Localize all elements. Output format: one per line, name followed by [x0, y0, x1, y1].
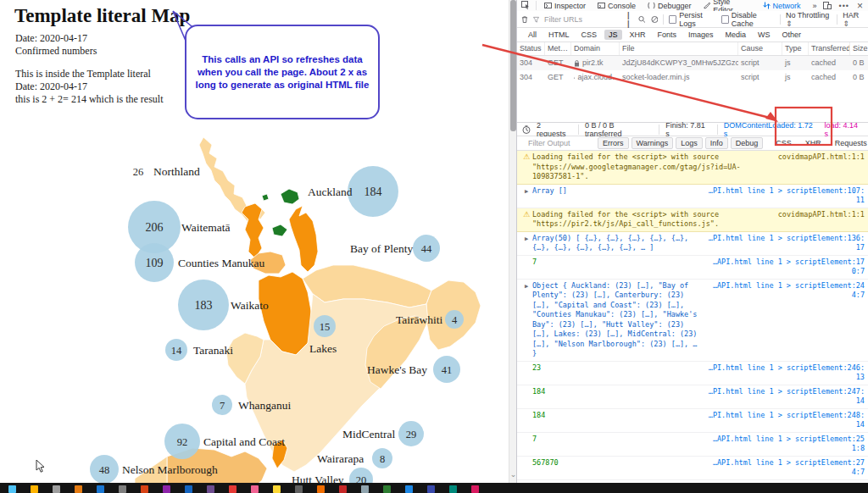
console-source-link[interactable]: …PI.html line 1 > scriptElement:246:13: [706, 363, 865, 383]
pick-element-icon[interactable]: [517, 1, 534, 11]
filter-chip-other[interactable]: Other: [778, 30, 806, 40]
responsive-design-icon[interactable]: [823, 2, 832, 9]
column-header[interactable]: File: [620, 42, 738, 55]
taskbar-icon[interactable]: [31, 485, 38, 493]
taskbar-icon[interactable]: [97, 485, 104, 493]
tab-style-editor[interactable]: Style Editor: [698, 0, 757, 11]
column-header[interactable]: Type: [782, 42, 809, 55]
expand-arrow-icon[interactable]: ▶: [525, 235, 528, 242]
scrollbar-thumb[interactable]: [510, 0, 516, 131]
taskbar-icon[interactable]: [317, 485, 325, 493]
column-header[interactable]: Domain: [571, 42, 620, 55]
filter-urls-input[interactable]: Filter URLs: [544, 15, 622, 24]
column-header[interactable]: Size: [850, 42, 868, 55]
tab-network[interactable]: Network: [757, 0, 807, 11]
taskbar-icon[interactable]: [75, 485, 82, 493]
column-header[interactable]: Cause: [738, 42, 782, 55]
console-filter-debug[interactable]: Debug: [731, 137, 764, 149]
tab-console[interactable]: Console: [592, 0, 642, 11]
console-filter-xhr[interactable]: XHR: [801, 138, 826, 148]
console-source-link[interactable]: …PI.html line 1 > scriptElement:136:17: [706, 234, 865, 253]
filter-chip-ws[interactable]: WS: [754, 30, 775, 40]
filter-chip-xhr[interactable]: XHR: [626, 30, 650, 40]
console-icon: [598, 2, 605, 9]
console-filter-logs[interactable]: Logs: [676, 137, 703, 149]
console-source-link[interactable]: covidmapAPI.html:1:1: [778, 210, 865, 220]
console-message-text: 184: [532, 411, 699, 421]
filter-chip-fonts[interactable]: Fonts: [654, 30, 682, 40]
taskbar-icon[interactable]: [251, 485, 259, 493]
pause-button[interactable]: | |: [627, 11, 633, 28]
taskbar-icon[interactable]: [383, 485, 391, 493]
windows-taskbar[interactable]: [0, 483, 868, 493]
console-source-link[interactable]: …API.html line 1 > scriptElement:244:7: [706, 281, 865, 301]
taskbar-icon[interactable]: [8, 485, 16, 493]
network-request-row[interactable]: 304GETajax.cloud…socket-loader.min.jsscr…: [517, 70, 868, 85]
search-icon[interactable]: [638, 15, 646, 24]
filter-output-input[interactable]: Filter Output: [528, 139, 594, 147]
disable-cache-checkbox[interactable]: Disable Cache: [721, 11, 775, 28]
devtools-close-button[interactable]: ×: [857, 0, 863, 12]
taskbar-icon[interactable]: [229, 485, 236, 493]
taskbar-icon[interactable]: [119, 485, 126, 493]
inspector-icon: [544, 2, 552, 9]
console-toolbar: Filter Output ErrorsWarningsLogsInfoDebu…: [517, 136, 868, 151]
persist-logs-checkbox[interactable]: Persist Logs: [669, 11, 715, 28]
taskbar-icon[interactable]: [141, 485, 148, 493]
column-header[interactable]: Met…: [545, 42, 571, 55]
throttling-select[interactable]: No Throttling ⇕: [786, 11, 832, 28]
console-source-link[interactable]: covidmapAPI.html:1:1: [778, 152, 865, 163]
console-source-link[interactable]: …API.html line 1 > scriptElement:251:8: [706, 435, 865, 454]
taskbar-icon[interactable]: [207, 485, 214, 493]
clear-requests-icon[interactable]: [521, 15, 528, 24]
block-icon[interactable]: [651, 15, 659, 24]
console-message-text: 7: [532, 258, 699, 268]
console-message-text: 7: [532, 435, 699, 445]
map-region-label: Taranaki: [193, 344, 233, 357]
console-source-link[interactable]: …API.html line 1 > scriptElement:274:7: [706, 458, 865, 478]
network-summary-bar: 2 requests 0 B / 0 B transferred Finish:…: [517, 122, 868, 136]
taskbar-icon[interactable]: [53, 485, 60, 493]
taskbar-icon[interactable]: [427, 485, 435, 493]
network-request-row[interactable]: 304GETpir2.tkJdZjU84dKCWPY3_0MHw5JZGzcpQ…: [517, 56, 868, 70]
network-table-header[interactable]: StatusMet…DomainFileCauseTypeTransferred…: [517, 42, 868, 56]
filter-chip-js[interactable]: JS: [604, 30, 622, 40]
console-filter-info[interactable]: Info: [705, 137, 728, 149]
taskbar-icon[interactable]: [339, 485, 347, 493]
taskbar-icon[interactable]: [361, 485, 369, 493]
tab-inspector[interactable]: Inspector: [538, 0, 592, 11]
console-filter-css[interactable]: CSS: [771, 138, 796, 148]
taskbar-icon[interactable]: [163, 485, 170, 493]
har-select[interactable]: HAR ⇕: [843, 11, 865, 28]
tab-debugger[interactable]: Debugger: [642, 0, 698, 11]
console-source-link[interactable]: …API.html line 1 > scriptElement:170:7: [706, 258, 865, 277]
taskbar-icon[interactable]: [273, 485, 281, 493]
column-header[interactable]: Status: [517, 42, 545, 55]
taskbar-icon[interactable]: [405, 485, 413, 493]
taskbar-icon[interactable]: [295, 485, 303, 493]
console-source-link[interactable]: …PI.html line 1 > scriptElement:107:11: [706, 186, 865, 206]
performance-clock-icon[interactable]: [522, 125, 531, 134]
console-filter-requests[interactable]: Requests: [831, 138, 868, 148]
map-region-label: Waikato: [231, 299, 269, 312]
console-message-warn: ⚠Loading failed for the <script> with so…: [517, 208, 868, 232]
console-message-text: Loading failed for the <script> with sou…: [532, 152, 771, 182]
taskbar-icon[interactable]: [449, 485, 457, 493]
load-time: load: 4.14 s: [825, 121, 864, 138]
column-header[interactable]: Transferred: [809, 42, 850, 55]
devtools-menu-button[interactable]: •••: [839, 2, 849, 10]
console-filter-warnings[interactable]: Warnings: [632, 137, 674, 149]
expand-arrow-icon[interactable]: ▶: [525, 188, 528, 195]
filter-chip-media[interactable]: Media: [721, 30, 751, 40]
taskbar-icon[interactable]: [471, 485, 479, 493]
more-tabs-button[interactable]: »: [807, 0, 823, 11]
console-source-link[interactable]: …PI.html line 1 > scriptElement:248:14: [706, 411, 865, 430]
filter-chip-images[interactable]: Images: [684, 30, 718, 40]
expand-arrow-icon[interactable]: ▶: [525, 283, 528, 290]
filter-chip-css[interactable]: CSS: [577, 30, 602, 40]
console-source-link[interactable]: …PI.html line 1 > scriptElement:247:14: [706, 387, 865, 407]
filter-chip-all[interactable]: All: [524, 30, 541, 40]
taskbar-icon[interactable]: [185, 485, 192, 493]
filter-chip-html[interactable]: HTML: [544, 30, 574, 40]
console-filter-errors[interactable]: Errors: [598, 137, 629, 149]
